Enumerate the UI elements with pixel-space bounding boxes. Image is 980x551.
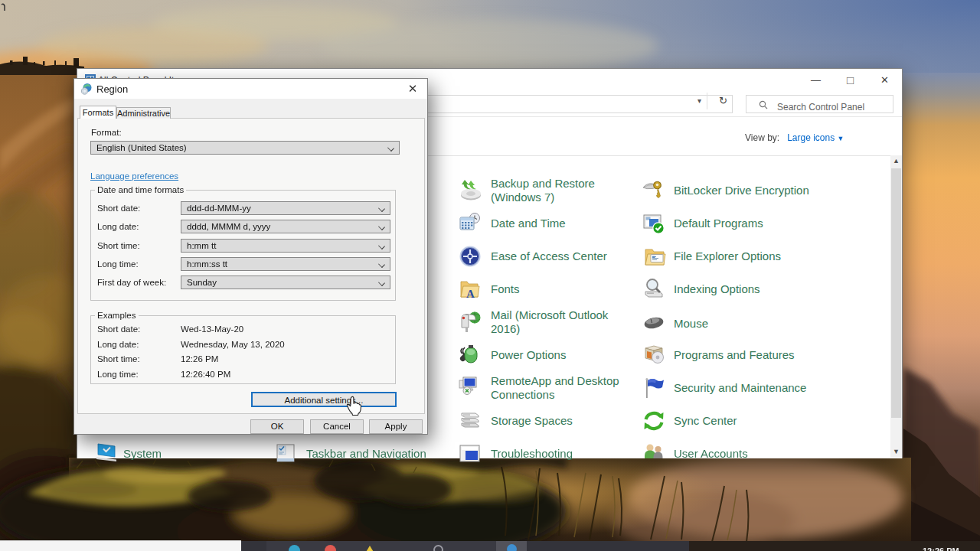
svg-text:A: A bbox=[466, 288, 475, 300]
